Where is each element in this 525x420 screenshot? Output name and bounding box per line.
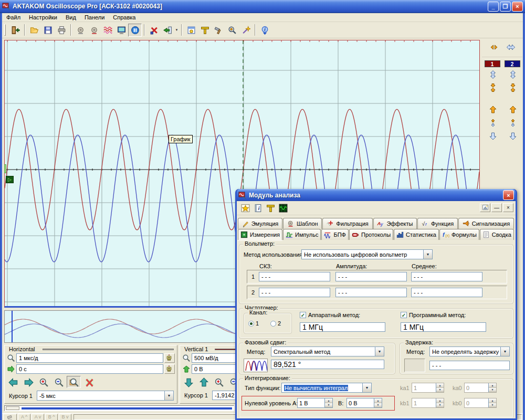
status-button-0[interactable]: A ^ [18,414,30,420]
voltmeter-method-combo[interactable]: Не использовать цифровой вольтметр ▼ [301,249,433,259]
v-compress-button-ch2[interactable] [505,82,520,93]
spinner-buttons[interactable]: ▲▼ [436,398,444,407]
shift-down-button-ch2[interactable] [505,130,520,142]
print-button[interactable] [55,24,68,37]
display-button[interactable] [114,24,128,37]
spinner-buttons[interactable]: ▲▼ [374,398,382,407]
save-button[interactable] [41,24,55,37]
tab-filter[interactable]: Фильтрация [322,218,372,229]
trackbar-thumb[interactable] [6,406,19,410]
rms-field[interactable]: - - - [259,272,330,281]
t-ruler-button[interactable] [264,202,277,214]
spinner-buttons[interactable]: ▲▼ [436,383,444,392]
zoom-out-button[interactable] [51,376,66,388]
spinner-buttons[interactable]: ▲▼ [488,398,496,407]
eraser-button[interactable] [3,414,17,420]
menu-item-2[interactable]: Вид [61,14,80,21]
zero-level-b-spinner[interactable]: 0 В ▲▼ [346,398,382,408]
menu-item-0[interactable]: Файл [2,14,25,21]
tab-formulas[interactable]: f(x)Формулы [439,229,479,240]
chevron-down-icon[interactable]: ▼ [174,24,179,37]
tab-protocols[interactable]: Протоколы [349,229,393,240]
auto-scale-button[interactable] [164,353,175,363]
time-offset-field[interactable]: 0 с [16,364,163,374]
zoom-in-button[interactable] [36,376,50,388]
tab-template[interactable]: Шаблон [283,218,322,229]
status-button-3[interactable]: B v [59,414,71,420]
shift-up-button-ch1[interactable] [485,104,500,116]
channel-1-radio[interactable]: 1 [248,320,259,327]
dialog-close2-button[interactable]: × [503,203,513,212]
fine-shift-button-ch1[interactable] [485,117,500,129]
function-type-combo[interactable]: Не вычислять интеграл ▼ [281,383,372,393]
info-book-button[interactable]: i [251,202,264,214]
panel-info-button[interactable] [184,24,198,37]
status-button-1[interactable]: A v [32,414,44,420]
zoom-in-button[interactable] [212,376,226,388]
tools-button[interactable] [212,24,225,37]
kb0-spinner[interactable]: 0 ▲▼ [464,398,497,408]
software-method-checkbox[interactable]: ✓Программный метод: [401,312,466,318]
device-head-button[interactable] [74,24,87,37]
rms-field[interactable]: - - - [259,288,330,297]
phase-method-combo[interactable]: Спектральный метод ▼ [271,346,384,356]
scope-screen-button[interactable] [277,202,289,214]
average-field[interactable]: - - - [411,288,482,297]
tab-effects[interactable]: AyЭффекты [373,218,417,229]
amplitude-field[interactable]: - - - [335,272,407,281]
shift-up-button-ch2[interactable] [505,104,520,116]
minimize-button[interactable]: _ [488,2,499,12]
expand-h-button[interactable] [503,42,518,54]
tab-measurements[interactable]: Измерения [238,229,282,240]
close-button[interactable]: × [512,2,523,12]
tab-function[interactable]: √fФункция [417,218,458,229]
time-scale-field[interactable]: 1 мкс/д [16,353,163,363]
channel-2-radio[interactable]: 2 [270,320,281,327]
average-field[interactable]: - - - [411,272,482,281]
delay-value-field[interactable]: - - - [429,361,510,370]
reset-zoom-button[interactable] [82,376,96,388]
tab-alarm[interactable]: Сигнализация [458,218,514,229]
favorites-button[interactable] [239,202,251,214]
ka1-spinner[interactable]: 1 ▲▼ [412,383,444,393]
hardware-freq-field[interactable]: 1 МГц [300,322,385,332]
pan-left-button[interactable] [6,376,20,388]
v-expand-button-ch2[interactable] [505,69,520,80]
spinner-buttons[interactable]: ▲▼ [488,383,496,392]
fine-shift-button-ch2[interactable] [505,117,520,129]
kb1-spinner[interactable]: 1 ▲▼ [412,398,444,408]
phase-value-field[interactable]: 89,521 ° [271,360,384,369]
maximize-button[interactable]: ❐ [500,2,511,12]
exit-door-button[interactable] [8,24,22,37]
chevron-down-icon[interactable]: ▼ [375,347,384,356]
menu-item-3[interactable]: Панели [80,14,109,21]
amplitude-field[interactable]: - - - [335,288,407,297]
pan-right-button[interactable] [21,376,35,388]
delete-x-button[interactable] [147,24,161,37]
tab-pulse[interactable]: Импульс [283,229,321,240]
export-arrow-button[interactable] [161,24,174,37]
compress-h-button[interactable] [487,42,501,54]
device-record-button[interactable] [87,24,101,37]
tab-statistics[interactable]: Статистика [394,229,439,240]
dialog-preview-button[interactable] [480,203,490,212]
menu-item-4[interactable]: Справка [109,14,140,21]
tab-emulation[interactable]: Эмуляция [238,218,282,229]
info-button[interactable]: i [258,24,271,37]
chevron-down-icon[interactable]: ▼ [164,391,173,400]
pause-button[interactable] [128,24,142,37]
software-freq-field[interactable]: 1 МГц [401,322,486,332]
magic-wand-button[interactable] [239,24,253,37]
v-expand-button-ch1[interactable] [485,69,500,80]
hardware-method-checkbox[interactable]: ✓Аппаратный метод: [300,312,360,318]
menu-item-1[interactable]: Настройки [25,14,61,21]
shift-down-button-ch1[interactable] [485,130,500,142]
zero-level-a-spinner[interactable]: 1 В ▲▼ [297,398,333,408]
tab-fft[interactable]: БПФ [321,229,349,240]
h-cursor-combo[interactable]: -5 мкс ▼ [37,391,174,401]
search-gear-button[interactable] [225,24,239,37]
chevron-down-icon[interactable]: ▼ [500,347,509,356]
chevron-down-icon[interactable]: ▼ [362,383,371,392]
trigger-level-marker[interactable]: ▷ [6,176,14,183]
zoom-window-button[interactable] [67,376,81,388]
